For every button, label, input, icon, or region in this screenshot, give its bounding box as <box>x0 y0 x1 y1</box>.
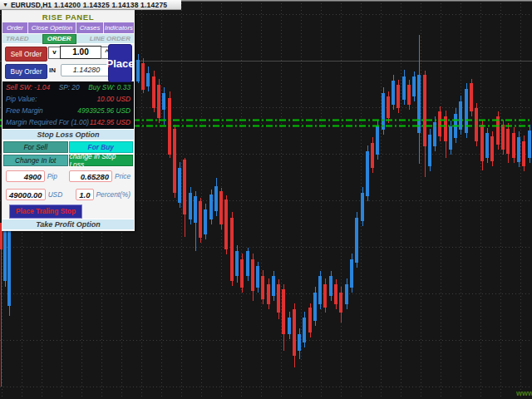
margin-required-value: 1142.95 USD <box>90 118 131 127</box>
percent-input-label: Percent(%) <box>96 190 131 199</box>
price-input[interactable]: 0.65280 <box>69 170 112 182</box>
spread-value: SP: 20 <box>59 83 80 92</box>
place-trailing-stop-button[interactable]: Place Traling Stop <box>9 204 82 219</box>
tab-order-active[interactable]: ORDER <box>42 34 76 44</box>
menu-close-opetion-button[interactable]: Close Opetion <box>28 22 76 33</box>
ohlc-values: 1.14200 1.14325 1.14138 1.14275 <box>54 1 167 9</box>
margin-required-label: Margin Required For (1.00) <box>6 118 89 127</box>
pip-value-label: Pip Value: <box>6 95 37 104</box>
pip-input[interactable]: 4900 <box>6 170 45 182</box>
for-sell-button[interactable]: For Sell <box>3 141 68 153</box>
stop-loss-inputs-row1: 4900 Pip 0.65280 Price <box>2 167 134 185</box>
pip-input-label: Pip <box>47 172 57 180</box>
tab-traed[interactable]: TRAED <box>6 35 29 42</box>
stop-loss-inputs-row2: 49000.00 USD 1.0 Percent(%) <box>2 185 134 204</box>
sell-order-button[interactable]: Sell Order <box>5 47 47 62</box>
place-button[interactable]: Place <box>108 44 132 82</box>
sell-swap-value: Sell SW: -1.04 <box>6 83 50 92</box>
order-controls: Sell Order v 1.00 ^ Buy Order IN 1.14280… <box>2 44 134 81</box>
tab-line-order[interactable]: LINE ORDER <box>90 35 131 42</box>
price-input-label: Price <box>115 172 131 180</box>
lot-size-field[interactable]: 1.00 <box>60 46 101 59</box>
mt4-chart-window: { "window": { "symbol_timeframe": "EURUS… <box>0 0 532 399</box>
menu-order-button[interactable]: Order <box>2 22 28 33</box>
buy-order-button[interactable]: Buy Order <box>5 64 47 79</box>
change-in-lot-button[interactable]: Change In lot <box>3 155 68 166</box>
free-margin-label: Free Margin <box>6 106 43 116</box>
take-profit-section-header: Take Profit Option <box>2 219 134 230</box>
panel-title: RISE PANEL <box>2 11 134 22</box>
chart-watermark: www <box>516 389 532 397</box>
free-margin-value: 4993925.96 USD <box>77 106 131 116</box>
take-profit-header-label: Take Profit Option <box>36 220 101 229</box>
usd-input[interactable]: 49000.00 <box>6 189 46 200</box>
menu-indicators-button[interactable]: Indicators <box>104 22 134 33</box>
pip-value: 10.00 USD <box>96 95 131 104</box>
panel-title-label: RISE PANEL <box>42 12 94 22</box>
entry-price-field[interactable]: 1.14280 <box>61 64 112 76</box>
for-buy-button[interactable]: For Buy <box>69 141 134 153</box>
account-info: Sell SW: -1.04 SP: 20 Buy SW: 0.33 Pip V… <box>2 81 134 129</box>
trailing-stop-row: Place Traling Stop <box>2 204 134 219</box>
percent-input[interactable]: 1.0 <box>76 189 93 200</box>
menu-crases-button[interactable]: Crases <box>76 22 104 33</box>
buy-swap-value: Buy SW: 0.33 <box>88 83 131 92</box>
change-in-stop-loss-button[interactable]: change In Stop Loss <box>69 155 134 166</box>
usd-input-label: USD <box>48 190 63 199</box>
chart-title-bar: ▼ EURUSD,H1 1.14200 1.14325 1.14138 1.14… <box>0 0 181 10</box>
stop-loss-header-label: Stop Loss Option <box>37 131 100 139</box>
chevron-down-icon[interactable]: ▼ <box>2 2 8 7</box>
rise-trading-panel: RISE PANEL Order Close Opetion Crases In… <box>2 10 135 231</box>
panel-menu: Order Close Opetion Crases Indicators <box>2 22 134 33</box>
in-label: IN <box>49 66 56 74</box>
order-mode-tabs: TRAED ORDER LINE ORDER <box>2 33 134 44</box>
lot-decrease-button[interactable]: v <box>48 47 61 59</box>
symbol-timeframe-label: EURUSD,H1 <box>11 1 52 9</box>
stop-loss-section-header: Stop Loss Option <box>2 129 134 140</box>
stop-loss-change-row: Change In lot change In Stop Loss <box>2 154 134 167</box>
